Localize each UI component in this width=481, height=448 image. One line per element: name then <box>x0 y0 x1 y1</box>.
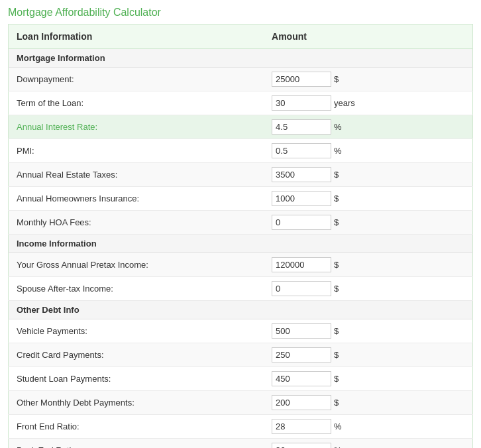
amount-input[interactable] <box>272 215 331 230</box>
amount-cell: $ <box>264 163 472 187</box>
amount-cell: $ <box>264 68 472 91</box>
row-label: Your Gross Annual Pretax Income: <box>17 260 148 270</box>
main-table: Loan Information Amount Mortgage Informa… <box>8 24 473 448</box>
amount-input[interactable] <box>272 257 331 272</box>
label-cell: Credit Card Payments: <box>9 343 264 367</box>
amount-inner: $ <box>272 167 464 182</box>
section-row: Other Debt Info <box>9 301 473 319</box>
amount-input[interactable] <box>272 347 331 363</box>
amount-inner: $ <box>272 215 464 230</box>
amount-cell: $ <box>264 319 472 343</box>
amount-input[interactable] <box>272 323 331 339</box>
amount-cell: % <box>264 115 472 139</box>
amount-input[interactable] <box>272 143 331 158</box>
amount-cell: % <box>264 415 472 439</box>
table-row: Monthly HOA Fees: $ <box>9 211 473 235</box>
unit-label: $ <box>334 326 339 336</box>
row-label: Vehicle Payments: <box>17 326 87 336</box>
amount-inner: years <box>272 95 464 111</box>
amount-inner: $ <box>272 72 464 87</box>
label-cell: Downpayment: <box>9 68 264 91</box>
row-label: Spouse After-tax Income: <box>17 284 113 294</box>
amount-cell: $ <box>264 277 472 301</box>
row-label: Credit Card Payments: <box>17 350 104 360</box>
section-label: Other Debt Info <box>9 301 473 319</box>
page-title: Mortgage Affordability Calculator <box>8 7 473 19</box>
section-row: Income Information <box>9 235 473 253</box>
amount-inner: $ <box>272 395 464 410</box>
amount-input[interactable] <box>272 167 331 182</box>
amount-cell: $ <box>264 367 472 391</box>
section-label: Income Information <box>9 235 473 253</box>
row-label: Other Monthly Debt Payments: <box>17 398 134 408</box>
unit-label: $ <box>334 374 339 384</box>
label-cell: Front End Ratio: <box>9 415 264 439</box>
amount-input[interactable] <box>272 72 331 87</box>
amount-inner: % <box>272 419 464 434</box>
row-label: Annual Real Estate Taxes: <box>17 170 117 180</box>
table-row: Annual Homeowners Insurance: $ <box>9 187 473 211</box>
section-label: Mortgage Information <box>9 49 473 68</box>
amount-input[interactable] <box>272 95 331 111</box>
amount-inner: $ <box>272 281 464 296</box>
label-cell: Monthly HOA Fees: <box>9 211 264 235</box>
label-cell: Other Monthly Debt Payments: <box>9 391 264 415</box>
amount-inner: % <box>272 443 464 448</box>
unit-label: % <box>334 421 342 431</box>
table-row: Student Loan Payments: $ <box>9 367 473 391</box>
label-cell: Back End Ratio: <box>9 439 264 449</box>
col2-header: Amount <box>264 25 472 49</box>
table-header-row: Loan Information Amount <box>9 25 473 49</box>
table-row: Vehicle Payments: $ <box>9 319 473 343</box>
amount-cell: $ <box>264 211 472 235</box>
amount-input[interactable] <box>272 419 331 434</box>
unit-label: $ <box>334 350 339 360</box>
amount-inner: $ <box>272 347 464 363</box>
unit-label: $ <box>334 217 339 227</box>
calculator-wrapper: Mortgage Affordability Calculator Loan I… <box>0 0 481 448</box>
amount-inner: % <box>272 143 464 158</box>
label-cell: Term of the Loan: <box>9 91 264 115</box>
amount-cell: % <box>264 139 472 163</box>
amount-cell: $ <box>264 343 472 367</box>
amount-inner: $ <box>272 191 464 206</box>
row-label: Term of the Loan: <box>17 98 83 108</box>
unit-label: $ <box>334 260 339 270</box>
amount-cell: $ <box>264 187 472 211</box>
unit-label: $ <box>334 284 339 294</box>
table-row: Your Gross Annual Pretax Income: $ <box>9 253 473 277</box>
amount-input[interactable] <box>272 191 331 206</box>
amount-cell: $ <box>264 391 472 415</box>
label-cell: Annual Homeowners Insurance: <box>9 187 264 211</box>
amount-input[interactable] <box>272 371 331 386</box>
amount-input[interactable] <box>272 443 331 448</box>
amount-inner: $ <box>272 371 464 386</box>
table-row: Other Monthly Debt Payments: $ <box>9 391 473 415</box>
table-row: Annual Real Estate Taxes: $ <box>9 163 473 187</box>
unit-label: % <box>334 445 342 448</box>
label-cell: Annual Real Estate Taxes: <box>9 163 264 187</box>
amount-input[interactable] <box>272 119 331 135</box>
unit-label: $ <box>334 74 339 84</box>
label-cell: Spouse After-tax Income: <box>9 277 264 301</box>
row-label: Front End Ratio: <box>17 421 80 431</box>
amount-inner: $ <box>272 257 464 272</box>
table-row: Back End Ratio: % <box>9 439 473 449</box>
table-row: Annual Interest Rate: % <box>9 115 473 139</box>
table-row: Front End Ratio: % <box>9 415 473 439</box>
table-row: Term of the Loan: years <box>9 91 473 115</box>
unit-label: % <box>334 146 342 156</box>
amount-input[interactable] <box>272 395 331 410</box>
label-cell: Vehicle Payments: <box>9 319 264 343</box>
row-label: Student Loan Payments: <box>17 374 111 384</box>
unit-label: $ <box>334 170 339 180</box>
table-body: Mortgage Information Downpayment: $ Term… <box>9 49 473 449</box>
amount-input[interactable] <box>272 281 331 296</box>
row-label: PMI: <box>17 146 34 156</box>
amount-cell: $ <box>264 253 472 277</box>
unit-label: years <box>334 98 355 108</box>
table-row: Downpayment: $ <box>9 68 473 91</box>
row-label: Annual Homeowners Insurance: <box>17 194 139 203</box>
label-cell: Annual Interest Rate: <box>9 115 264 139</box>
unit-label: % <box>334 122 342 132</box>
